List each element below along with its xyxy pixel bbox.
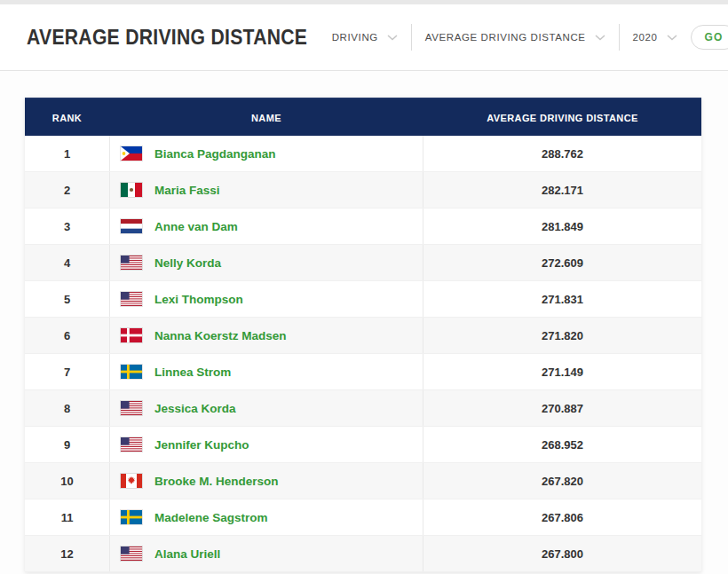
usa-flag-icon — [121, 401, 142, 415]
rank-cell: 4 — [25, 245, 109, 280]
name-cell: Jessica Korda — [109, 390, 423, 426]
rank-cell: 10 — [25, 463, 109, 499]
value-cell: 267.806 — [423, 499, 701, 535]
table-row: 1 Bianca Pagdanganan 288.762 — [25, 136, 701, 172]
go-button[interactable]: GO — [691, 25, 728, 50]
player-link[interactable]: Lexi Thompson — [154, 293, 243, 306]
page-title: AVERAGE DRIVING DISTANCE — [27, 26, 307, 50]
name-cell: Linnea Strom — [109, 354, 423, 389]
player-link[interactable]: Jessica Korda — [154, 402, 236, 415]
chevron-down-icon — [595, 35, 605, 41]
name-cell: Maria Fassi — [109, 172, 423, 208]
usa-flag-icon — [121, 292, 142, 306]
table-body: 1 Bianca Pagdanganan 288.762 2 Maria Fas… — [25, 136, 701, 572]
usa-flag-icon — [121, 256, 142, 270]
main-content: RANK NAME AVERAGE DRIVING DISTANCE 1 Bia… — [0, 71, 728, 572]
sweden-flag-icon — [121, 510, 142, 524]
rank-cell: 3 — [25, 208, 109, 244]
column-header-name: NAME — [109, 113, 423, 123]
rank-cell: 12 — [25, 536, 109, 571]
value-cell: 271.820 — [423, 318, 701, 353]
table-row: 5 Lexi Thompson 271.831 — [25, 281, 701, 318]
table-row: 2 Maria Fassi 282.171 — [25, 172, 701, 208]
table-row: 3 Anne van Dam 281.849 — [25, 208, 701, 245]
divider — [411, 24, 412, 51]
value-cell: 281.849 — [423, 208, 701, 244]
divider — [619, 24, 620, 51]
player-link[interactable]: Anne van Dam — [154, 220, 238, 233]
dropdown-stat-label: AVERAGE DRIVING DISTANCE — [425, 32, 586, 43]
chevron-down-icon — [667, 35, 677, 41]
table-row: 10 Brooke M. Henderson 267.820 — [25, 463, 701, 499]
name-cell: Nanna Koerstz Madsen — [109, 318, 423, 353]
value-cell: 267.820 — [423, 463, 701, 499]
sweden-flag-icon — [121, 365, 142, 379]
player-link[interactable]: Madelene Sagstrom — [154, 511, 268, 524]
name-cell: Anne van Dam — [109, 208, 423, 244]
table-row: 11 Madelene Sagstrom 267.806 — [25, 499, 701, 536]
page-header: AVERAGE DRIVING DISTANCE DRIVING AVERAGE… — [0, 4, 728, 71]
canada-flag-icon — [121, 474, 142, 488]
table-row: 8 Jessica Korda 270.887 — [25, 390, 701, 427]
value-cell: 271.149 — [423, 354, 701, 389]
dropdown-category-label: DRIVING — [332, 32, 378, 43]
name-cell: Madelene Sagstrom — [109, 499, 423, 535]
rank-cell: 9 — [25, 427, 109, 462]
player-link[interactable]: Jennifer Kupcho — [154, 438, 249, 452]
name-cell: Brooke M. Henderson — [109, 463, 423, 499]
name-cell: Jennifer Kupcho — [109, 427, 423, 462]
mexico-flag-icon — [121, 183, 142, 197]
table-row: 9 Jennifer Kupcho 268.952 — [25, 427, 701, 463]
table-row: 12 Alana Uriell 267.800 — [25, 536, 701, 572]
dropdown-category[interactable]: DRIVING — [332, 32, 398, 43]
rank-cell: 1 — [25, 136, 109, 171]
table-row: 7 Linnea Strom 271.149 — [25, 354, 701, 390]
value-cell: 271.831 — [423, 281, 701, 317]
rank-cell: 5 — [25, 281, 109, 317]
chevron-down-icon — [387, 35, 398, 41]
stats-table: RANK NAME AVERAGE DRIVING DISTANCE 1 Bia… — [25, 98, 701, 572]
player-link[interactable]: Bianca Pagdanganan — [154, 147, 276, 161]
player-link[interactable]: Nelly Korda — [154, 256, 221, 270]
netherlands-flag-icon — [121, 219, 142, 233]
usa-flag-icon — [121, 546, 142, 561]
denmark-flag-icon — [121, 328, 142, 342]
rank-cell: 2 — [25, 172, 109, 208]
player-link[interactable]: Brooke M. Henderson — [154, 475, 279, 488]
column-header-value: AVERAGE DRIVING DISTANCE — [423, 113, 701, 123]
rank-cell: 8 — [25, 390, 109, 426]
value-cell: 267.800 — [423, 536, 701, 571]
value-cell: 272.609 — [423, 245, 701, 280]
philippines-flag-icon — [121, 146, 142, 161]
name-cell: Bianca Pagdanganan — [109, 136, 423, 171]
table-row: 4 Nelly Korda 272.609 — [25, 245, 701, 281]
value-cell: 288.762 — [423, 136, 701, 171]
page: { "page": { "title": "AVERAGE DRIVING DI… — [0, 0, 728, 574]
value-cell: 282.171 — [423, 172, 701, 208]
filter-controls: DRIVING AVERAGE DRIVING DISTANCE 2020 GO — [332, 24, 728, 51]
name-cell: Nelly Korda — [109, 245, 423, 280]
rank-cell: 7 — [25, 354, 109, 389]
rank-cell: 11 — [25, 499, 109, 535]
player-link[interactable]: Maria Fassi — [154, 184, 220, 197]
value-cell: 270.887 — [423, 390, 701, 426]
dropdown-year[interactable]: 2020 — [633, 32, 677, 43]
table-row: 6 Nanna Koerstz Madsen 271.820 — [25, 318, 701, 354]
player-link[interactable]: Linnea Strom — [154, 366, 231, 379]
rank-cell: 6 — [25, 318, 109, 353]
name-cell: Lexi Thompson — [109, 281, 423, 317]
dropdown-year-label: 2020 — [633, 32, 658, 43]
usa-flag-icon — [121, 437, 142, 452]
dropdown-stat[interactable]: AVERAGE DRIVING DISTANCE — [425, 32, 605, 43]
name-cell: Alana Uriell — [109, 536, 423, 571]
player-link[interactable]: Alana Uriell — [154, 547, 220, 561]
value-cell: 268.952 — [423, 427, 701, 462]
player-link[interactable]: Nanna Koerstz Madsen — [154, 329, 287, 342]
column-header-rank: RANK — [25, 113, 109, 123]
table-header-row: RANK NAME AVERAGE DRIVING DISTANCE — [25, 98, 701, 136]
